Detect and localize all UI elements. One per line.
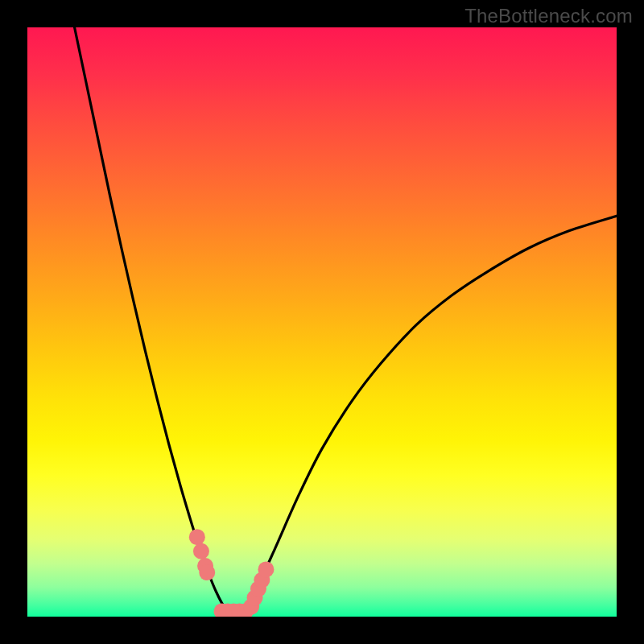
plot-background bbox=[27, 27, 617, 617]
watermark-text: TheBottleneck.com bbox=[464, 5, 633, 27]
chart-frame: TheBottleneck.com bbox=[0, 0, 644, 644]
